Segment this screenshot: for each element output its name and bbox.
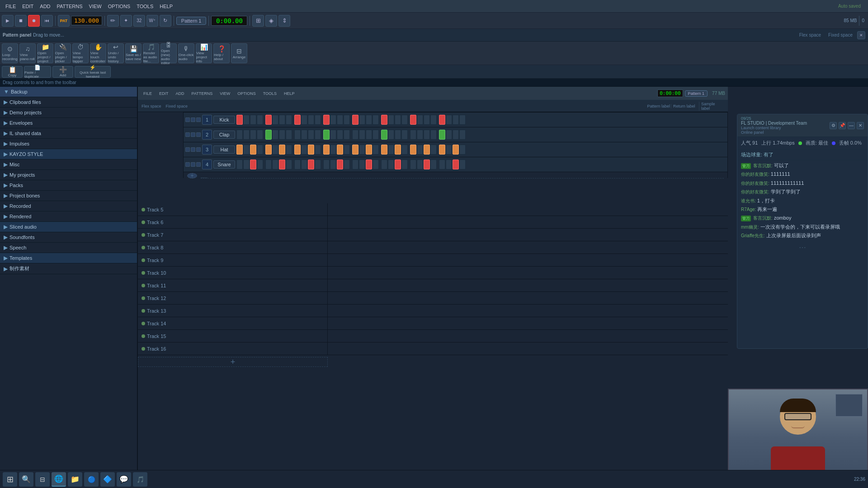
taskbar-chrome-btn[interactable]: 🔵 xyxy=(84,472,99,487)
sidebar-item-clipboard[interactable]: ▶ Clipboard files xyxy=(0,97,137,108)
menu-item-view[interactable]: VIEW xyxy=(86,3,104,10)
sidebar-item-my-projects[interactable]: ▶ My projects xyxy=(0,170,137,180)
sidebar-item-soundfonts[interactable]: ▶ Soundfonts xyxy=(0,232,137,243)
kick-step-25[interactable] xyxy=(410,115,416,125)
taskbar-start-btn[interactable]: ⊞ xyxy=(3,472,17,487)
sec-menu-add[interactable]: ADD xyxy=(173,90,187,97)
kick-step-1[interactable] xyxy=(236,115,243,125)
clap-ctrl-3[interactable] xyxy=(196,132,201,137)
loop-recording-btn[interactable]: ⊙Loop recording xyxy=(2,43,18,63)
kick-step-9[interactable] xyxy=(294,115,301,125)
sec-pattern-selector[interactable]: Pattern 1 xyxy=(685,90,708,97)
taskbar-ie-btn[interactable]: 🔷 xyxy=(100,472,115,487)
stop-button[interactable]: ⏹ xyxy=(15,15,27,27)
loop-btn[interactable]: ↻ xyxy=(160,15,171,27)
live-minimize-btn[interactable]: — xyxy=(848,122,855,129)
kick-step-14[interactable] xyxy=(330,115,336,125)
pattern-selector[interactable]: Pattern 1 xyxy=(176,17,207,25)
kick-step-8[interactable] xyxy=(286,115,292,125)
kick-step-12[interactable] xyxy=(315,115,321,125)
taskbar-search-btn[interactable]: 🔍 xyxy=(19,472,33,487)
kick-step-3[interactable] xyxy=(250,115,256,125)
add-button[interactable]: ➕ Add xyxy=(52,66,73,78)
sidebar-item-sliced-audio[interactable]: ▶ Sliced audio xyxy=(0,222,137,232)
fixed-space-btn[interactable]: Fixed space xyxy=(826,32,855,38)
sidebar-item-rendered[interactable]: ▶ Rendered xyxy=(0,211,137,222)
view-btn-2[interactable]: ◈ xyxy=(265,15,277,27)
track-content-9[interactable] xyxy=(328,254,728,266)
sidebar-item-misc[interactable]: ▶ Misc xyxy=(0,160,137,170)
menu-item-patterns[interactable]: PATTERNS xyxy=(54,3,85,10)
track-content-12[interactable] xyxy=(328,292,728,304)
kick-ctrl-1[interactable] xyxy=(185,117,190,122)
quick-tweak-button[interactable]: ⚡ Quick tweak last tweaked xyxy=(75,66,111,78)
snare-ctrl-2[interactable] xyxy=(191,162,195,167)
kick-step-30[interactable] xyxy=(446,115,452,125)
live-settings-btn[interactable]: ⚙ xyxy=(830,122,837,129)
kick-step-16[interactable] xyxy=(344,115,350,125)
taskbar-edge-btn[interactable]: 🌐 xyxy=(52,472,66,487)
sec-flex-space[interactable]: Flex space xyxy=(140,104,163,108)
rewind-button[interactable]: ⏮ xyxy=(41,15,53,27)
menu-item-help[interactable]: HELP xyxy=(157,3,175,10)
menu-item-add[interactable]: ADD xyxy=(37,3,53,10)
launch-content-library-btn[interactable]: Launch content library xyxy=(741,126,807,130)
audio-editor-btn[interactable]: 🎛Open (new) audio editor xyxy=(160,43,177,63)
view-btn-3[interactable]: ⇕ xyxy=(278,15,290,27)
kick-step-23[interactable] xyxy=(395,115,401,125)
view-btn-1[interactable]: ⊞ xyxy=(252,15,264,27)
sidebar-item-impulses[interactable]: ▶ Impulses xyxy=(0,139,137,149)
sidebar-item-recorded[interactable]: ▶ Recorded xyxy=(0,201,137,211)
kick-step-27[interactable] xyxy=(424,115,430,125)
close-secondary-btn[interactable]: ✕ xyxy=(857,31,865,39)
menu-item-options[interactable]: OPTIONS xyxy=(105,3,133,10)
kick-step-2[interactable] xyxy=(243,115,250,125)
menu-item-file[interactable]: FILE xyxy=(3,3,19,10)
track-content-7[interactable] xyxy=(328,229,728,241)
paste-duplicate-button[interactable]: 📄 Paste / duplicate xyxy=(24,66,51,78)
hat-ctrl-1[interactable] xyxy=(185,147,190,152)
add-track-button[interactable]: + xyxy=(138,357,328,367)
copy-button[interactable]: 📋 Copy xyxy=(2,66,23,78)
sidebar-item-il-shared[interactable]: ▶ IL shared data xyxy=(0,128,137,139)
live-close-btn[interactable]: ✕ xyxy=(857,122,864,129)
menu-item-edit[interactable]: EDIT xyxy=(19,3,36,10)
play-button[interactable]: ▶ xyxy=(2,15,14,27)
taskbar-fl-btn[interactable]: 🎵 xyxy=(133,472,147,487)
kick-step-18[interactable] xyxy=(359,115,365,125)
32-btn[interactable]: 32 xyxy=(133,15,145,27)
kick-step-4[interactable] xyxy=(257,115,263,125)
track-content-15[interactable] xyxy=(328,330,728,342)
sec-menu-patterns[interactable]: PATTERNS xyxy=(189,90,216,97)
kick-name[interactable]: Kick xyxy=(213,116,235,124)
tempo-tapper-btn[interactable]: ⏱View tempo tapper xyxy=(72,43,89,63)
track-content-13[interactable] xyxy=(328,305,728,317)
kick-step-17[interactable] xyxy=(352,115,359,125)
track-content-14[interactable] xyxy=(328,317,728,329)
sec-fixed-space[interactable]: Fixed space xyxy=(164,104,190,108)
render-btn[interactable]: 🎵Render as audio file... xyxy=(143,43,159,63)
kick-step-7[interactable] xyxy=(279,115,285,125)
kick-step-31[interactable] xyxy=(453,115,459,125)
piano-roll-btn[interactable]: ♫View piano roll xyxy=(19,43,36,63)
snare-ctrl-3[interactable] xyxy=(196,162,201,167)
kick-step-21[interactable] xyxy=(381,115,387,125)
sidebar-item-packs[interactable]: ▶ Packs xyxy=(0,180,137,191)
taskbar-explorer-btn[interactable]: 📁 xyxy=(68,472,82,487)
add-instrument-btn[interactable]: + xyxy=(187,173,197,178)
kick-step-20[interactable] xyxy=(373,115,379,125)
kick-step-13[interactable] xyxy=(323,115,330,125)
clap-ctrl-2[interactable] xyxy=(191,132,195,137)
track-content-10[interactable] xyxy=(328,267,728,279)
track-content-16[interactable] xyxy=(328,343,728,355)
sidebar-item-zhizuo[interactable]: ▶ 制作素材 xyxy=(0,263,137,274)
undo-btn[interactable]: ↩Undo / undo history xyxy=(108,43,124,63)
track-content-5[interactable] xyxy=(328,203,728,216)
kick-step-10[interactable] xyxy=(301,115,307,125)
track-content-11[interactable] xyxy=(328,279,728,291)
sidebar-item-envelopes[interactable]: ▶ Envelopes xyxy=(0,118,137,128)
kick-step-26[interactable] xyxy=(417,115,423,125)
kick-step-19[interactable] xyxy=(366,115,372,125)
menu-item-tools[interactable]: TOOLS xyxy=(134,3,156,10)
sidebar-item-templates[interactable]: ▶ Templates xyxy=(0,253,137,263)
